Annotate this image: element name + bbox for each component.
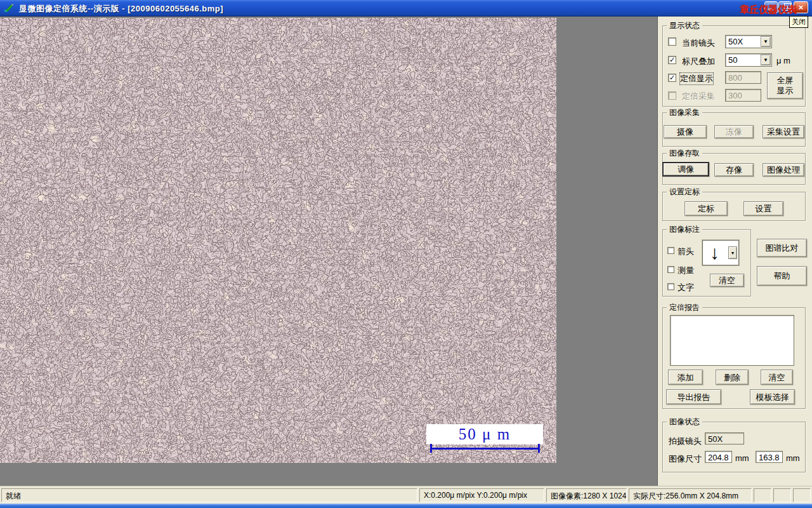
group-report-title: 定倍报告: [667, 303, 702, 312]
text-annotation-label[interactable]: 文字: [678, 282, 694, 293]
micrograph-texture: [0, 18, 556, 463]
chevron-down-icon[interactable]: ▼: [728, 246, 737, 259]
status-image-pixels: 图像像素:1280 X 1024: [546, 488, 627, 502]
window-titlebar: 显微图像定倍系统--演示版 - [20090602055646.bmp] × 章…: [0, 0, 812, 17]
group-calibration-title: 设置定标: [667, 187, 702, 196]
status-bar: 就绪 X:0.200μ m/pix Y:0.200μ m/pix 图像像素:12…: [0, 486, 812, 504]
report-export-button[interactable]: 导出报告: [666, 389, 721, 404]
capture-lens-value: 50X: [705, 432, 744, 444]
calibration-set-button[interactable]: 设置: [743, 201, 783, 216]
current-lens-label[interactable]: 当前镜头: [682, 37, 715, 49]
vendor-watermark: 章丘仪器仪表: [740, 4, 797, 16]
down-arrow-icon: ↓: [710, 241, 719, 264]
measure-annotation-checkbox[interactable]: [667, 266, 674, 273]
fixed-display-label[interactable]: 定倍显示: [680, 73, 713, 84]
arrow-annotation-checkbox[interactable]: [667, 247, 674, 254]
chevron-down-icon[interactable]: ▼: [761, 36, 771, 47]
group-storage-title: 图像存取: [667, 149, 702, 157]
arrow-style-select[interactable]: ↓ ▼: [702, 240, 739, 265]
annotation-clear-button[interactable]: 清空: [710, 274, 744, 287]
scale-bar-line: [430, 448, 540, 450]
save-image-button[interactable]: 存像: [714, 163, 754, 177]
capture-settings-button[interactable]: 采集设置: [763, 125, 804, 138]
fixed-capture-checkbox: [668, 91, 676, 100]
status-empty-panel: [793, 488, 811, 502]
group-image-status: 图像状态: [662, 422, 806, 472]
ruler-size-value: 50: [728, 55, 737, 65]
report-template-button[interactable]: 模板选择: [750, 389, 795, 404]
report-clear-button[interactable]: 清空: [761, 370, 793, 385]
ruler-size-select[interactable]: 50 ▼: [725, 53, 772, 67]
group-capture-title: 图像采集: [667, 108, 702, 117]
fixed-capture-label: 定倍采集: [682, 91, 715, 102]
ruler-overlay-checkbox[interactable]: ✓: [668, 56, 676, 64]
window-title: 显微图像定倍系统--演示版 - [20090602055646.bmp]: [19, 3, 223, 15]
fullscreen-button[interactable]: 全屏显示: [767, 72, 803, 99]
fixed-display-input: 800: [725, 71, 761, 84]
scale-bar-label: 50 μ m: [426, 424, 543, 444]
shoot-button[interactable]: 摄像: [664, 125, 707, 138]
image-viewport: 50 μ m: [0, 17, 657, 486]
group-image-status-title: 图像状态: [667, 417, 702, 426]
image-process-button[interactable]: 图像处理: [763, 163, 804, 177]
status-actual-size: 实际尺寸:256.0mm X 204.8mm: [629, 488, 752, 502]
report-add-button[interactable]: 添加: [668, 370, 703, 385]
status-empty-panel: [754, 488, 771, 502]
arrow-annotation-label[interactable]: 箭头: [678, 246, 694, 257]
load-image-button[interactable]: 调像: [662, 162, 709, 177]
calibrate-button[interactable]: 定标: [684, 201, 728, 216]
report-listbox[interactable]: [670, 315, 794, 366]
application-window: { "window": { "title": "显微图像定倍系统--演示版 - …: [0, 0, 812, 508]
report-delete-button[interactable]: 删除: [716, 370, 749, 385]
capture-lens-label: 拍摄镜头: [669, 436, 702, 447]
current-lens-value: 50X: [728, 37, 743, 46]
image-size-label: 图像尺寸: [669, 453, 702, 465]
group-display-status-title: 显示状态: [667, 21, 702, 30]
image-height-unit: mm: [786, 453, 800, 463]
close-tooltip: 关闭: [789, 16, 808, 28]
text-annotation-checkbox[interactable]: [667, 283, 674, 290]
status-pixel-scale: X:0.200μ m/pix Y:0.200μ m/pix: [419, 488, 544, 502]
help-button[interactable]: 帮助: [757, 266, 807, 286]
status-ready: 就绪: [1, 488, 417, 502]
image-height-value: 163.8: [756, 451, 783, 463]
scale-bar-tick-right: [538, 444, 540, 453]
ruler-overlay-label[interactable]: 标尺叠加: [682, 56, 715, 67]
micrograph-image[interactable]: 50 μ m: [0, 18, 556, 463]
ruler-unit-label: μ m: [776, 56, 790, 65]
taskbar-edge: [0, 504, 812, 508]
atlas-compare-button[interactable]: 图谱比对: [757, 239, 807, 257]
close-icon: ×: [799, 3, 804, 12]
fixed-display-checkbox[interactable]: ✓: [668, 74, 676, 82]
current-lens-checkbox[interactable]: [668, 37, 676, 46]
app-icon[interactable]: [4, 3, 14, 13]
scale-bar-tick-left: [430, 444, 432, 453]
measure-annotation-label[interactable]: 测量: [678, 265, 694, 276]
image-width-value: 204.8: [705, 451, 732, 463]
group-calibration: 设置定标: [662, 192, 806, 221]
image-width-unit: mm: [735, 453, 749, 463]
current-lens-select[interactable]: 50X ▼: [725, 35, 772, 48]
freeze-button: 冻像: [714, 125, 754, 138]
fullscreen-button-label: 全屏显示: [776, 76, 794, 96]
group-annotation-title: 图像标注: [667, 225, 702, 234]
fixed-capture-input: 300: [725, 89, 761, 102]
status-empty-panel: [773, 488, 791, 502]
chevron-down-icon[interactable]: ▼: [761, 55, 771, 65]
